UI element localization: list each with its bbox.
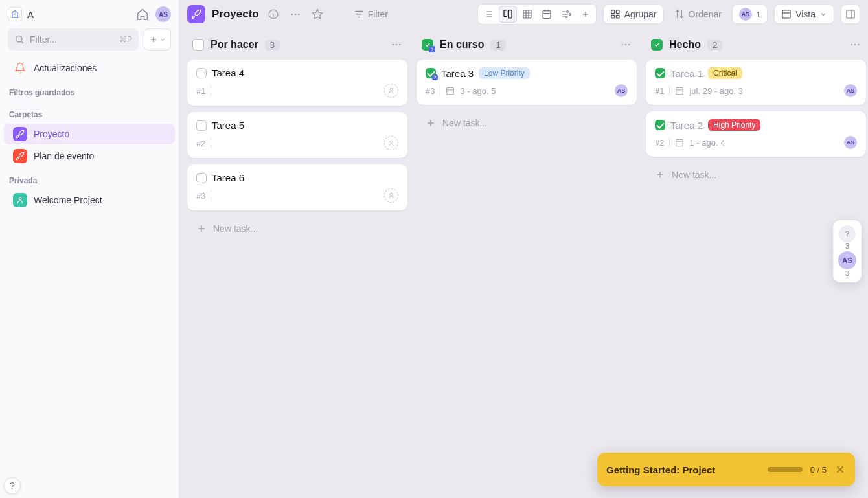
task-title: Tarea 3 bbox=[441, 68, 474, 79]
new-task-button[interactable]: New task... bbox=[187, 217, 407, 240]
project-icon bbox=[187, 5, 205, 23]
sort-icon bbox=[674, 9, 685, 19]
assignee-avatar[interactable]: AS bbox=[844, 84, 857, 97]
sidebar-updates[interactable]: Actualizaciones bbox=[4, 58, 175, 78]
rocket-icon bbox=[13, 149, 27, 163]
svg-rect-8 bbox=[523, 10, 531, 18]
view-timeline[interactable] bbox=[557, 6, 575, 23]
task-dates: jul. 29 - ago. 3 bbox=[689, 86, 742, 96]
svg-point-22 bbox=[390, 88, 393, 91]
filter-button[interactable]: Filter bbox=[347, 5, 394, 24]
new-task-button[interactable]: New task... bbox=[646, 163, 866, 187]
task-id: #1 bbox=[196, 86, 205, 96]
svg-rect-14 bbox=[616, 10, 619, 14]
task-card[interactable]: Tarea 3 Low Priority #3 3 - ago. 5 AS bbox=[417, 60, 637, 105]
assignee-avatar[interactable]: AS bbox=[615, 84, 628, 97]
task-card[interactable]: Tarea 4 #1 bbox=[187, 60, 407, 106]
avatar-icon: AS bbox=[838, 251, 856, 269]
view-board[interactable] bbox=[499, 6, 517, 23]
task-checkbox[interactable] bbox=[196, 173, 207, 183]
svg-point-23 bbox=[390, 141, 393, 143]
column-header: Por hacer 3 bbox=[187, 32, 407, 60]
task-title: Tarea 5 bbox=[212, 120, 244, 131]
private-welcome-project[interactable]: Welcome Project bbox=[4, 190, 175, 210]
board: Por hacer 3 Tarea 4 #1 bbox=[179, 28, 868, 498]
help-button[interactable]: ? bbox=[4, 477, 21, 494]
column-menu[interactable] bbox=[388, 36, 405, 53]
folder-label: Proyecto bbox=[34, 129, 69, 139]
updates-label: Actualizaciones bbox=[34, 63, 97, 73]
column-menu[interactable] bbox=[617, 36, 634, 53]
svg-rect-17 bbox=[782, 10, 790, 18]
sidebar-filter-input[interactable]: Filter... ⌘P bbox=[8, 28, 139, 51]
workspace-icon[interactable] bbox=[8, 7, 22, 21]
rocket-icon bbox=[13, 127, 27, 141]
new-task-button[interactable]: New task... bbox=[417, 111, 637, 135]
assignee-empty-icon[interactable] bbox=[384, 84, 398, 98]
user-avatar[interactable]: AS bbox=[155, 6, 171, 22]
sort-button[interactable]: Ordenar bbox=[670, 5, 725, 24]
view-list[interactable] bbox=[479, 6, 497, 23]
task-checkbox[interactable] bbox=[426, 68, 436, 78]
assignee-empty-icon[interactable] bbox=[384, 188, 398, 203]
info-icon[interactable] bbox=[266, 6, 281, 22]
task-checkbox[interactable] bbox=[196, 120, 207, 131]
new-task-label: New task... bbox=[213, 223, 258, 234]
chevron-down-icon bbox=[819, 10, 827, 18]
task-card[interactable]: Tarea 1 Critical #1 jul. 29 - ago. 3 AS bbox=[646, 60, 866, 105]
presence-count: 3 bbox=[845, 269, 849, 277]
group-button[interactable]: Agrupar bbox=[603, 5, 664, 24]
task-title: Tarea 4 bbox=[212, 67, 244, 78]
status-icon-inprogress bbox=[422, 39, 433, 51]
calendar-icon bbox=[675, 138, 684, 147]
task-id: #2 bbox=[196, 139, 205, 148]
assignee-empty-icon[interactable] bbox=[384, 136, 398, 150]
view-table[interactable] bbox=[518, 6, 536, 23]
column-menu[interactable] bbox=[847, 36, 863, 53]
assignee-filter[interactable]: AS 1 bbox=[732, 5, 768, 24]
assignee-count: 1 bbox=[756, 10, 760, 19]
view-add[interactable] bbox=[577, 6, 595, 23]
presence-count: 3 bbox=[845, 242, 849, 250]
filter-placeholder: Filter... bbox=[30, 34, 57, 45]
bell-icon bbox=[13, 61, 27, 75]
column-todo: Por hacer 3 Tarea 4 #1 bbox=[187, 32, 407, 494]
svg-point-19 bbox=[392, 44, 394, 46]
column-count: 1 bbox=[490, 40, 505, 51]
close-icon[interactable] bbox=[834, 464, 846, 475]
task-dates: 1 - ago. 4 bbox=[689, 138, 725, 148]
column-title: En curso bbox=[440, 39, 484, 51]
task-card[interactable]: Tarea 6 #3 bbox=[187, 164, 407, 210]
workspace-name[interactable]: A bbox=[27, 9, 130, 20]
folder-proyecto[interactable]: Proyecto bbox=[4, 124, 175, 144]
task-checkbox[interactable] bbox=[655, 120, 665, 130]
column-header: En curso 1 bbox=[417, 32, 637, 60]
task-checkbox[interactable] bbox=[655, 68, 665, 78]
svg-rect-32 bbox=[676, 87, 683, 95]
filter-label: Filter bbox=[368, 9, 388, 19]
assignee-avatar[interactable]: AS bbox=[844, 136, 857, 149]
task-card[interactable]: Tarea 2 High Priority #2 1 - ago. 4 AS bbox=[646, 111, 866, 157]
sidebar: A AS Filter... ⌘P Actualizaciones Filtro… bbox=[0, 0, 179, 498]
svg-rect-9 bbox=[543, 11, 551, 19]
star-icon[interactable] bbox=[310, 6, 325, 22]
presence-unknown[interactable]: ? 3 bbox=[839, 225, 856, 250]
home-icon[interactable] bbox=[135, 6, 150, 22]
folder-plan-evento[interactable]: Plan de evento bbox=[4, 146, 175, 166]
new-button[interactable] bbox=[144, 28, 171, 51]
svg-point-27 bbox=[628, 44, 630, 46]
task-card[interactable]: Tarea 5 #2 bbox=[187, 112, 407, 158]
toggle-panel-button[interactable] bbox=[841, 5, 860, 24]
task-checkbox[interactable] bbox=[196, 68, 207, 78]
project-title[interactable]: Proyecto bbox=[212, 8, 259, 21]
presence-user[interactable]: AS 3 bbox=[838, 251, 856, 277]
view-label: Vista bbox=[795, 9, 816, 19]
getting-started-toast[interactable]: Getting Started: Project 0 / 5 bbox=[597, 453, 855, 486]
section-folders: Carpetas bbox=[0, 101, 179, 123]
view-calendar[interactable] bbox=[538, 6, 556, 23]
more-icon[interactable] bbox=[288, 6, 303, 22]
view-menu[interactable]: Vista bbox=[774, 5, 834, 24]
view-switcher bbox=[477, 4, 597, 25]
svg-point-31 bbox=[858, 44, 860, 46]
plus-icon bbox=[196, 223, 207, 234]
